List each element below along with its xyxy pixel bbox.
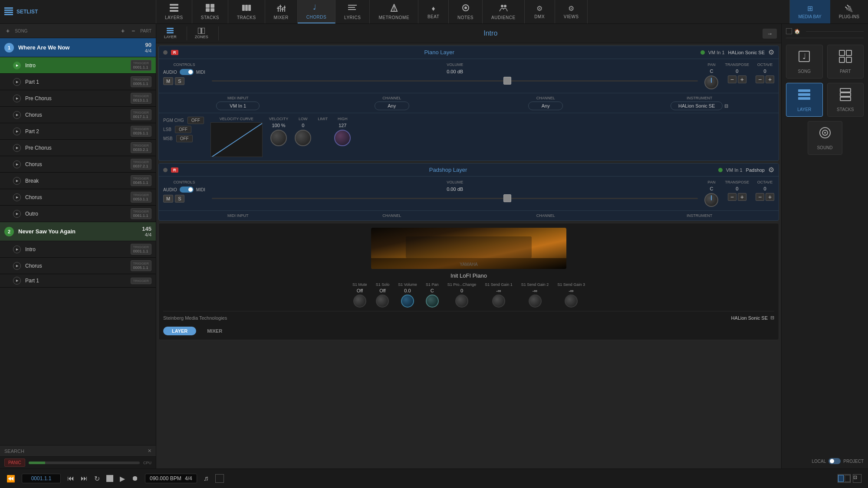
audio-midi-toggle[interactable] [180,69,194,75]
tab-beat[interactable]: ♦ BEAT [418,0,449,23]
loop-button[interactable]: ↻ [94,475,100,483]
piano-mute-btn[interactable] [163,50,168,55]
part-item-break[interactable]: Break TRIGGER 0045.1.1 [0,173,156,189]
song-item-2[interactable]: 2 Never Saw You Again 145 4/4 [0,222,156,241]
play-btn-s2-chorus[interactable] [13,262,21,270]
layer-toolbar-btn[interactable]: LAYER [161,26,180,40]
click-box[interactable] [215,474,224,483]
tab-views[interactable]: ⚙ VIEWS [555,0,588,23]
tab-chords[interactable]: ♩ CHORDS [298,0,335,23]
padshop-mute-btn[interactable] [163,168,168,172]
panic-button[interactable]: PANIC [4,459,25,467]
part-item-chorus1[interactable]: Chorus TRIGGER 0017.1.1 [0,107,156,123]
pgm-chg-btn[interactable]: OFF [187,117,204,124]
s1-sendgain1-knob[interactable] [492,295,505,308]
padshop-mute-button[interactable]: M [163,195,173,203]
lsb-btn[interactable]: OFF [175,126,191,133]
transpose-minus-btn[interactable]: − [728,75,736,83]
play-btn-s2-part1[interactable] [13,277,21,285]
padshop-transpose-minus-btn[interactable]: − [728,193,736,201]
tab-audience[interactable]: AUDIENCE [483,0,525,23]
right-panel-checkbox[interactable] [786,28,792,34]
tab-metronome[interactable]: METRONOME [370,0,418,23]
solo-button[interactable]: S [175,77,184,85]
media-bay-sound[interactable]: SOUND [808,121,842,155]
zones-toolbar-btn[interactable]: ZONES [191,26,212,40]
add-song-button[interactable]: + [4,26,11,35]
part-item-prechorus2[interactable]: Pre Chorus TRIGGER 0033.2.1 [0,140,156,156]
padshop-octave-plus-btn[interactable]: + [766,193,774,201]
pan-knob[interactable] [704,75,718,89]
msb-btn[interactable]: OFF [176,135,193,142]
part-item-s2-part1[interactable]: Part 1 TRIGGER [0,274,156,288]
mixer-tab[interactable]: MIXER [198,327,231,335]
tab-layers[interactable]: LAYERS [156,0,192,23]
media-bay-song[interactable]: ♩ SONG [786,45,823,79]
stop-button[interactable] [106,475,113,482]
fullscreen-btn[interactable]: ⊡ [853,474,861,483]
tab-lyrics[interactable]: LYRICS [335,0,370,23]
part-item-chorus2[interactable]: Chorus TRIGGER 0037.2.1 [0,156,156,173]
part-item-part1[interactable]: Part 1 TRIGGER 0005.1.1 [0,74,156,90]
split-view-btn[interactable] [838,474,851,483]
tab-notes[interactable]: NOTES [449,0,483,23]
high-knob[interactable] [334,130,351,146]
padshop-audio-midi-toggle[interactable] [180,187,194,193]
part-item-s2-intro[interactable]: Intro TRIGGER 0001.1.1 [0,241,156,258]
padshop-octave-minus-btn[interactable]: − [756,193,764,201]
s1-sendgain3-knob[interactable] [565,295,578,308]
layer-tab[interactable]: LAYER [163,327,196,335]
search-close-button[interactable]: ✕ [148,448,151,454]
record-icon[interactable]: ⏺ [132,475,138,482]
play-btn-chorus1[interactable] [13,111,21,119]
part-item-s2-chorus[interactable]: Chorus TRIGGER 0005.1.1 [0,258,156,274]
volume-slider-handle[interactable] [503,77,511,85]
part-item-chorus3[interactable]: Chorus TRIGGER 0053.1.1 [0,189,156,206]
s1-sendgain2-knob[interactable] [529,295,542,308]
velocity-curve-display[interactable] [210,122,263,157]
tuner-icon[interactable]: ♬ [204,475,209,482]
part-item-part2[interactable]: Part 2 TRIGGER 0026.1.1 [0,123,156,140]
padshop-menu-icon[interactable]: ⚙ [768,166,774,174]
padshop-volume-handle[interactable] [503,194,511,202]
play-btn-prechorus2[interactable] [13,144,21,152]
low-knob[interactable] [295,130,311,146]
play-btn-prechorus1[interactable] [13,95,21,102]
play-btn-intro[interactable] [13,62,21,69]
play-btn-s2-intro[interactable] [13,246,21,253]
transpose-plus-btn[interactable]: + [738,75,746,83]
tab-dmx[interactable]: ⚙ DMX [525,0,555,23]
s1-pan-knob[interactable] [426,295,439,308]
media-bay-stacks[interactable]: STACKS [827,83,864,117]
tab-tracks[interactable]: TRACKS [228,0,265,23]
go-to-start-button[interactable]: ⏮ [67,475,74,482]
local-project-toggle[interactable] [829,458,841,464]
media-bay-part[interactable]: PART [827,45,864,79]
s1-prochange-knob[interactable] [455,295,468,308]
add-part-button[interactable]: + [119,26,126,35]
padshop-transpose-plus-btn[interactable]: + [738,193,746,201]
rewind-icon[interactable]: ⏪ [7,475,15,483]
s1-volume-knob[interactable] [401,295,414,308]
padshop-r-btn[interactable]: R [171,167,178,173]
octave-plus-btn[interactable]: + [766,75,774,83]
piano-menu-icon[interactable]: ⚙ [768,48,774,56]
play-btn-chorus2[interactable] [13,160,21,168]
play-btn-outro[interactable] [13,210,21,218]
remove-part-button[interactable]: − [130,26,137,35]
part-item-intro[interactable]: Intro TRIGGER 0001.1.1 [0,57,156,74]
part-item-outro[interactable]: Outro TRIGGER 0061.1.1 [0,206,156,222]
mute-button[interactable]: M [163,77,173,85]
padshop-solo-button[interactable]: S [175,195,184,203]
setlist-nav[interactable]: SETLIST [0,0,156,23]
play-button[interactable]: ▶ [120,475,125,483]
part-item-prechorus1[interactable]: Pre Chorus TRIGGER 0013.1.1 [0,90,156,107]
velocity-knob[interactable] [270,130,287,146]
s1-solo-knob[interactable] [376,295,389,308]
play-btn-part2[interactable] [13,128,21,135]
piano-r-btn[interactable]: R [171,50,178,55]
tab-stacks[interactable]: STACKS [192,0,228,23]
forward-button[interactable]: → [763,29,777,39]
instrument-menu-icon[interactable]: ⊟ [724,103,728,109]
media-bay-layer[interactable]: LAYER [786,83,823,117]
